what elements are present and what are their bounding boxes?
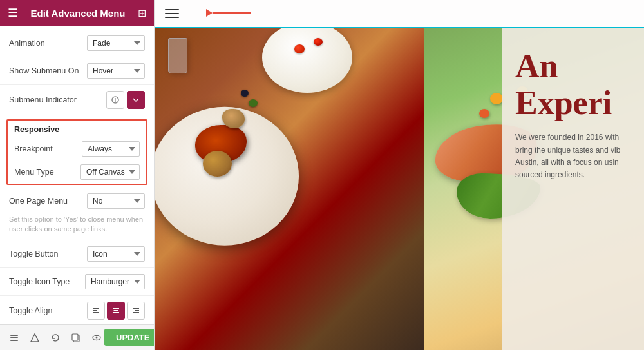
one-page-hint: Set this option to 'Yes' to close menu w… <box>0 213 154 238</box>
responsive-header: Responsive <box>8 121 146 137</box>
breakpoint-row: Breakpoint Always Mobile Tablet <box>8 137 146 160</box>
svg-rect-5 <box>113 308 119 309</box>
toggle-align-row: Toggle Align <box>0 297 154 324</box>
toggle-button-control: Icon Text Both <box>87 246 145 262</box>
svg-rect-4 <box>93 312 99 313</box>
svg-rect-11 <box>10 335 18 336</box>
show-submenu-select[interactable]: Hover Click <box>87 63 145 79</box>
align-buttons <box>87 302 145 320</box>
update-button-group: UPDATE <box>104 329 155 346</box>
olive-green <box>249 99 258 107</box>
layers-icon[interactable] <box>6 330 22 345</box>
shapes-icon[interactable] <box>27 330 43 345</box>
toggle-icon-type-select[interactable]: Hamburger Dots Arrow <box>85 274 145 289</box>
toggle-button-select[interactable]: Icon Text Both <box>87 246 145 262</box>
tomato2 <box>314 38 323 46</box>
food-image-left <box>155 28 424 350</box>
right-content-overlay: An Experi We were founded in 2016 with b… <box>502 28 644 350</box>
svg-rect-3 <box>93 310 97 311</box>
glass <box>168 38 187 73</box>
svg-marker-14 <box>31 334 39 342</box>
align-left-btn[interactable] <box>87 302 105 320</box>
panel-content: Animation Fade Slide None Show Submenu O… <box>0 26 154 324</box>
grid-icon[interactable]: ⊞ <box>138 7 146 19</box>
indicator-dropdown-btn[interactable] <box>127 91 145 109</box>
show-submenu-control: Hover Click <box>87 63 145 79</box>
toggle-icon-type-row: Toggle Icon Type Hamburger Dots Arrow <box>0 269 154 294</box>
panel-header: ☰ Edit Advanced Menu ⊞ <box>0 0 154 26</box>
submenu-indicator-row: Submenu Indicator <box>0 86 154 113</box>
svg-rect-6 <box>114 310 118 311</box>
toggle-button-label: Toggle Button <box>9 249 87 258</box>
align-center-btn[interactable] <box>107 302 125 320</box>
header-icons: ⊞ <box>138 7 146 19</box>
menu-type-row: Menu Type Off Canvas Dropdown Flyout <box>8 160 146 184</box>
toggle-align-label: Toggle Align <box>9 306 87 315</box>
svg-rect-13 <box>10 340 18 341</box>
veggie-red <box>479 109 489 118</box>
submenu-indicator-label: Submenu Indicator <box>9 95 106 104</box>
svg-rect-16 <box>72 334 78 340</box>
arrow-annotation <box>206 9 251 17</box>
indicator-icons <box>106 91 145 109</box>
food-ball2 <box>222 109 245 128</box>
veggie-orange <box>490 93 503 104</box>
toolbar-icons <box>6 330 104 345</box>
show-submenu-row: Show Submenu On Hover Click <box>0 59 154 83</box>
food-ball <box>203 151 232 177</box>
toggle-icon-type-control: Hamburger Dots Arrow <box>85 274 145 289</box>
breakpoint-label: Breakpoint <box>14 144 82 153</box>
svg-rect-8 <box>133 308 139 309</box>
copy-icon[interactable] <box>68 330 84 345</box>
align-right-btn[interactable] <box>127 302 145 320</box>
animation-row: Animation Fade Slide None <box>0 31 154 55</box>
show-submenu-label: Show Submenu On <box>9 66 87 75</box>
svg-rect-9 <box>135 310 139 311</box>
headline-text: An Experi <box>515 48 631 121</box>
animation-control: Fade Slide None <box>87 35 145 51</box>
svg-rect-7 <box>113 312 119 313</box>
svg-rect-2 <box>93 308 99 309</box>
one-page-menu-control: No Yes <box>87 193 145 209</box>
responsive-section: Responsive Breakpoint Always Mobile Tabl… <box>6 119 147 185</box>
bottom-toolbar: UPDATE <box>0 324 154 350</box>
menu-type-select[interactable]: Off Canvas Dropdown Flyout <box>80 164 140 180</box>
one-page-menu-select[interactable]: No Yes <box>87 193 145 209</box>
animation-label: Animation <box>9 39 87 48</box>
plate2 <box>262 28 352 93</box>
history-icon[interactable] <box>48 330 63 345</box>
olive-black <box>241 90 249 97</box>
preview-hamburger-icon[interactable] <box>165 9 179 18</box>
svg-point-18 <box>96 336 98 338</box>
preview-body-text: We were founded in 2016 with bring the u… <box>515 131 631 181</box>
toggle-icon-type-label: Toggle Icon Type <box>9 277 85 286</box>
menu-type-label: Menu Type <box>14 168 80 177</box>
breakpoint-control: Always Mobile Tablet <box>82 141 140 157</box>
preview-topbar <box>155 0 644 28</box>
animation-select[interactable]: Fade Slide None <box>87 35 145 51</box>
one-page-menu-label: One Page Menu <box>9 197 87 206</box>
panel-title: Edit Advanced Menu <box>31 8 126 19</box>
hamburger-menu-icon[interactable]: ☰ <box>8 6 18 20</box>
toggle-button-row: Toggle Button Icon Text Both <box>0 242 154 266</box>
indicator-circle-btn[interactable] <box>106 91 124 109</box>
one-page-menu-row: One Page Menu No Yes <box>0 189 154 213</box>
svg-rect-10 <box>133 312 139 313</box>
eye-icon[interactable] <box>89 330 104 345</box>
update-button[interactable]: UPDATE <box>104 329 155 346</box>
svg-rect-12 <box>10 337 18 338</box>
menu-type-control: Off Canvas Dropdown Flyout <box>80 164 140 180</box>
preview-panel: An Experi We were founded in 2016 with b… <box>155 0 644 350</box>
breakpoint-select[interactable]: Always Mobile Tablet <box>82 141 140 157</box>
